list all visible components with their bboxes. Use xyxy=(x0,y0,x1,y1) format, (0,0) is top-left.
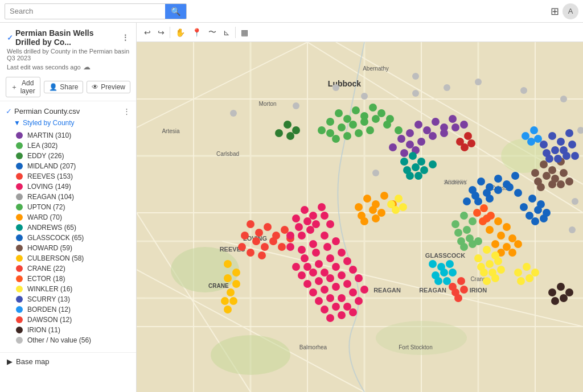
more-options-icon[interactable]: ⋮ xyxy=(121,33,129,42)
check-icon: ✓ xyxy=(7,34,13,42)
legend-color-dot xyxy=(15,315,24,325)
svg-point-283 xyxy=(560,96,567,102)
pin-button[interactable]: 📍 xyxy=(189,26,204,39)
svg-point-161 xyxy=(514,240,522,248)
search-input[interactable] xyxy=(5,5,165,18)
city-label-balmorhea: Balmorhea xyxy=(299,344,327,350)
svg-point-140 xyxy=(355,297,363,305)
svg-point-142 xyxy=(338,311,346,319)
svg-point-41 xyxy=(335,109,343,117)
svg-point-155 xyxy=(494,217,502,225)
legend-label: ANDREWS (65) xyxy=(27,224,76,232)
svg-point-22 xyxy=(211,335,290,375)
svg-point-147 xyxy=(380,192,388,200)
svg-point-152 xyxy=(360,217,368,225)
svg-point-65 xyxy=(477,178,485,185)
legend-label: DAWSON (12) xyxy=(27,316,72,324)
legend-item: HOWARD (59) xyxy=(0,243,136,253)
chevron-right-icon: ▶ xyxy=(7,357,13,366)
svg-point-200 xyxy=(565,178,573,185)
pan-button[interactable]: ✋ xyxy=(173,26,188,39)
svg-point-97 xyxy=(303,217,311,225)
svg-point-149 xyxy=(369,206,377,214)
map-area[interactable]: Lubbock Morton Abernathy Andrews Crane B… xyxy=(137,42,583,392)
svg-point-179 xyxy=(434,277,442,285)
redo-button[interactable]: ↪ xyxy=(155,26,167,39)
svg-point-247 xyxy=(548,288,556,296)
svg-point-34 xyxy=(440,129,448,137)
svg-point-156 xyxy=(503,223,511,231)
legend-label: WARD (70) xyxy=(27,213,62,221)
legend-label: LEA (302) xyxy=(27,142,58,150)
svg-point-113 xyxy=(303,263,311,271)
region-label-glasscock: GLASSCOCK xyxy=(425,252,465,259)
svg-point-165 xyxy=(409,152,417,160)
account-avatar[interactable]: A xyxy=(563,3,578,19)
svg-point-272 xyxy=(392,206,400,214)
svg-point-278 xyxy=(412,90,419,97)
svg-point-274 xyxy=(361,93,368,100)
svg-point-163 xyxy=(508,249,516,257)
svg-point-229 xyxy=(497,266,505,274)
legend-color-dot xyxy=(15,244,24,253)
layer-name: Permian County.csv xyxy=(14,107,80,115)
svg-point-33 xyxy=(429,132,437,140)
svg-point-121 xyxy=(343,257,351,265)
svg-point-37 xyxy=(400,149,408,157)
svg-point-48 xyxy=(318,126,326,134)
svg-point-69 xyxy=(511,172,519,180)
svg-point-89 xyxy=(238,243,246,251)
legend-label: MARTIN (310) xyxy=(27,131,71,139)
svg-point-43 xyxy=(352,106,360,114)
svg-point-238 xyxy=(460,212,468,220)
svg-point-286 xyxy=(569,226,576,233)
legend-item: CULBERSON (58) xyxy=(0,253,136,263)
cloud-icon: ☁ xyxy=(83,63,91,71)
svg-point-262 xyxy=(522,132,529,140)
svg-point-231 xyxy=(491,274,499,282)
svg-point-207 xyxy=(229,297,237,305)
svg-point-74 xyxy=(514,189,522,197)
legend-color-dot xyxy=(15,233,24,243)
svg-point-150 xyxy=(377,209,385,217)
svg-point-211 xyxy=(557,138,565,146)
preview-button[interactable]: 👁 Preview xyxy=(87,81,130,93)
svg-point-123 xyxy=(315,277,323,285)
add-layer-button[interactable]: ＋ Add layer xyxy=(6,77,40,97)
legend-item: EDDY (226) xyxy=(0,151,136,161)
legend-color-dot xyxy=(15,192,24,202)
svg-point-220 xyxy=(571,152,579,160)
svg-point-188 xyxy=(540,214,548,222)
svg-point-86 xyxy=(278,243,286,251)
legend-color-dot xyxy=(15,284,24,294)
svg-point-92 xyxy=(292,214,300,222)
svg-point-227 xyxy=(480,269,488,277)
legend-label: CRANE (22) xyxy=(27,265,65,273)
svg-point-234 xyxy=(531,269,539,277)
measure-button[interactable]: ⊾ xyxy=(220,26,233,39)
svg-point-219 xyxy=(563,152,570,160)
svg-point-201 xyxy=(224,260,232,268)
svg-point-157 xyxy=(497,232,505,240)
svg-point-59 xyxy=(366,126,374,134)
base-map-section[interactable]: ▶ Base map xyxy=(0,352,136,370)
svg-point-168 xyxy=(412,163,420,171)
svg-point-90 xyxy=(247,249,254,257)
legend-item: CRANE (22) xyxy=(0,263,136,274)
share-button[interactable]: 👤 Share xyxy=(44,81,83,93)
svg-point-30 xyxy=(397,135,405,143)
svg-point-25 xyxy=(414,121,422,129)
layer-check-icon: ✓ xyxy=(6,107,12,115)
svg-point-109 xyxy=(312,249,320,257)
svg-point-79 xyxy=(255,229,263,237)
search-button[interactable]: 🔍 xyxy=(165,4,186,19)
svg-point-208 xyxy=(224,306,232,313)
svg-point-96 xyxy=(295,223,303,231)
legend-item: SCURRY (13) xyxy=(0,294,136,304)
grid-icon[interactable]: ⊞ xyxy=(551,5,559,18)
layer-more-icon[interactable]: ⋮ xyxy=(123,107,130,115)
path-button[interactable]: 〜 xyxy=(206,26,219,39)
svg-point-218 xyxy=(554,155,562,163)
undo-button[interactable]: ↩ xyxy=(141,26,154,39)
layers-button[interactable]: ▦ xyxy=(238,26,251,39)
